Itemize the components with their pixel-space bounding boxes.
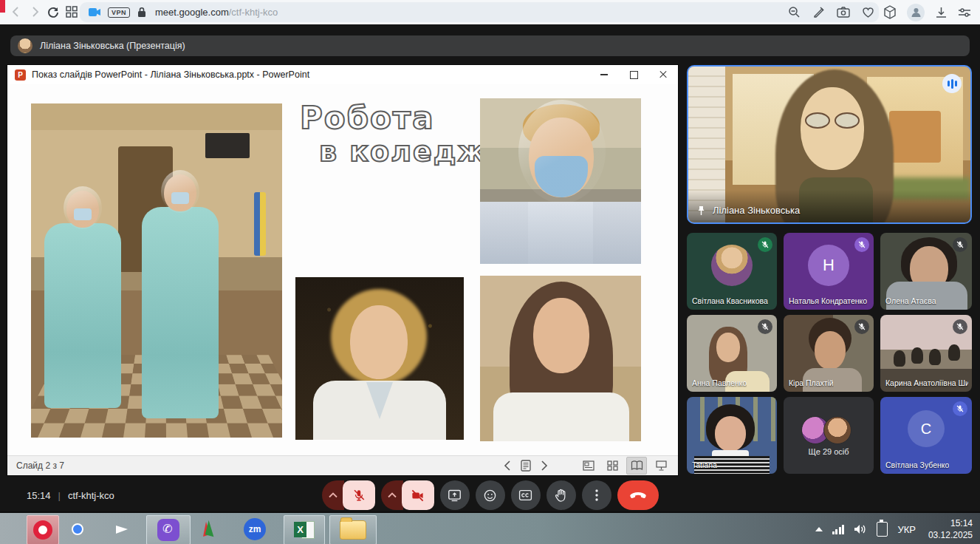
participant-name: Наталья Кондратенко (789, 296, 867, 305)
participant-name: Кіра Плахтій (789, 378, 834, 387)
overflow-count-label: Ще 29 осіб (784, 447, 874, 456)
participant-tile[interactable]: Tatiana (687, 397, 777, 474)
zoom-out-search-icon[interactable] (788, 6, 801, 18)
taskbar-telegram-button[interactable] (111, 518, 133, 540)
audio-level-indicator-icon (942, 74, 962, 93)
minimize-button[interactable] (589, 65, 619, 84)
reactions-button[interactable] (476, 480, 505, 510)
browser-action-icons (883, 0, 980, 24)
powerpoint-titlebar[interactable]: P Показ слайдів PowerPoint - Ліліана Зін… (7, 65, 678, 85)
downloads-icon[interactable] (935, 6, 948, 19)
mic-off-icon (953, 319, 967, 334)
url-path: /ctf-khtj-kco (229, 7, 278, 18)
present-screen-button[interactable] (440, 480, 470, 510)
photo-doctor-long-hair (480, 276, 641, 441)
taskbar-chrome-button[interactable] (66, 518, 89, 540)
taskbar-excel-button[interactable]: X (284, 515, 325, 544)
camera-control (381, 480, 434, 510)
viber-icon (157, 519, 179, 541)
mic-control (322, 480, 375, 510)
settings-tune-icon[interactable] (958, 7, 971, 18)
end-call-button[interactable] (617, 480, 659, 510)
powerpoint-window-title: Показ слайдів PowerPoint - Ліліана Зіньк… (32, 69, 309, 80)
lock-icon[interactable] (137, 7, 146, 18)
profile-avatar-icon[interactable] (907, 4, 925, 21)
reading-view-button[interactable] (626, 457, 647, 475)
camera-options-chevron[interactable] (381, 480, 403, 510)
raise-hand-button[interactable] (546, 480, 576, 510)
taskbar-opera-button[interactable] (27, 515, 59, 544)
main-speaker-tile[interactable]: Ліліана Зіньковська (687, 65, 972, 224)
slide-title-line2: в коледжі (319, 136, 492, 169)
maximize-button[interactable] (619, 65, 648, 84)
participant-name: Анна Павленко (692, 378, 747, 387)
mic-off-icon (953, 237, 967, 252)
taskbar-date: 03.12.2025 (928, 529, 973, 541)
powerpoint-statusbar: Слайд 2 з 7 (7, 455, 678, 475)
browser-toolbar: VPN meet.google.com/ctf-khtj-kco (0, 0, 980, 25)
overflow-participants-tile[interactable]: Ще 29 осіб (784, 397, 874, 474)
vpn-badge[interactable]: VPN (108, 7, 130, 18)
participant-tile[interactable]: Олена Атаєва (880, 233, 972, 310)
system-tray: УКР 15:14 03.12.2025 (815, 513, 980, 544)
divider: | (58, 490, 61, 501)
show-hidden-icons-icon[interactable] (815, 527, 823, 531)
slideshow-view-button[interactable] (651, 458, 671, 474)
close-button[interactable] (648, 65, 678, 84)
pinboard-icon[interactable] (812, 6, 825, 18)
extensions-cube-icon[interactable] (883, 5, 897, 19)
favorites-heart-icon[interactable] (862, 7, 874, 18)
next-slide-icon[interactable] (541, 460, 548, 471)
participant-initial-avatar: C (908, 410, 945, 447)
participant-tile[interactable]: Світлана Квасникова (687, 233, 777, 310)
participant-tile[interactable]: C Світлана Зубенко (880, 397, 972, 474)
taskbar-explorer-button[interactable] (329, 515, 377, 544)
camera-off-button[interactable] (402, 480, 434, 510)
notes-icon[interactable] (521, 460, 531, 472)
taskbar-viber-button[interactable] (146, 515, 191, 544)
participant-tile[interactable]: Анна Павленко (687, 315, 777, 392)
taskbar-clock[interactable]: 15:14 03.12.2025 (928, 517, 973, 541)
network-signal-icon[interactable] (832, 525, 845, 534)
speed-dial-icon[interactable] (65, 5, 78, 18)
previous-slide-icon[interactable] (504, 460, 510, 471)
camera-permission-icon[interactable] (89, 7, 101, 17)
taskbar-time: 15:14 (928, 517, 973, 529)
presenter-avatar (18, 38, 32, 53)
volume-icon[interactable] (854, 523, 867, 535)
normal-view-button[interactable] (579, 458, 598, 474)
meeting-clock: 15:14 (27, 490, 51, 501)
participant-tile[interactable]: Карина Анатоліївна Шиян (880, 315, 972, 392)
url-text[interactable]: meet.google.com/ctf-khtj-kco (155, 7, 278, 18)
back-icon[interactable] (9, 4, 24, 19)
presenter-banner[interactable]: Ліліана Зіньковська (Презентація) (10, 35, 970, 56)
language-indicator[interactable]: УКР (897, 524, 916, 535)
slide-sorter-view-button[interactable] (603, 458, 622, 474)
slide-title: Робота в коледжі (300, 101, 492, 169)
powerpoint-app-icon: P (15, 69, 26, 81)
taskbar-zoom-button[interactable]: zm (244, 518, 266, 540)
participant-name: Tatiana (692, 460, 717, 469)
taskbar-faststone-button[interactable] (198, 518, 220, 540)
participant-tile[interactable]: Н Наталья Кондратенко (784, 233, 874, 310)
url-domain: meet.google.com (155, 7, 229, 18)
more-options-button[interactable] (582, 480, 611, 510)
photo-doctor-dark-background (295, 277, 464, 440)
participant-tile[interactable]: Кіра Плахтій (784, 315, 874, 392)
windows-taskbar: zm X УКР 15:14 03.12.2025 (0, 511, 980, 544)
opera-sidebar-fragment (0, 0, 5, 13)
snapshot-camera-icon[interactable] (837, 7, 850, 18)
presenter-banner-text: Ліліана Зіньковська (Презентація) (40, 41, 185, 51)
mic-options-chevron[interactable] (322, 480, 344, 510)
meeting-code: ctf-khtj-kco (68, 490, 114, 501)
photo-face-shield-mask (480, 98, 641, 264)
forward-icon[interactable] (27, 4, 42, 19)
captions-button[interactable] (511, 480, 541, 510)
address-bar[interactable]: VPN meet.google.com/ctf-khtj-kco (80, 2, 879, 22)
mic-off-button[interactable] (343, 480, 375, 510)
battery-icon[interactable] (877, 522, 888, 537)
powerpoint-window: P Показ слайдів PowerPoint - Ліліана Зін… (7, 65, 678, 475)
overflow-avatar (823, 416, 851, 444)
refresh-icon[interactable] (46, 4, 61, 19)
opera-icon (33, 520, 52, 540)
